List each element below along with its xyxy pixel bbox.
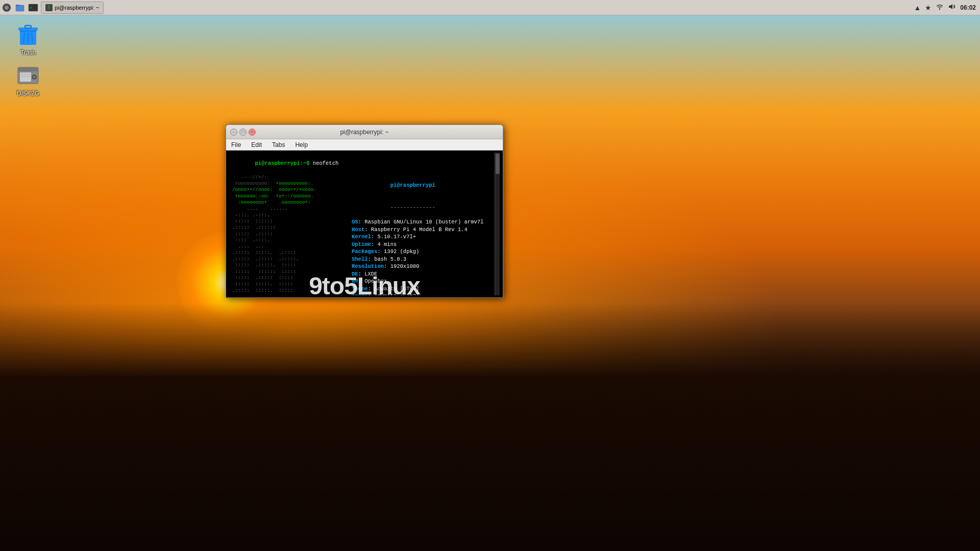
desktop-icon-disk[interactable]: DISK2G: [8, 61, 48, 99]
desktop-icon-trash[interactable]: Trash: [8, 20, 48, 58]
menu-help[interactable]: Help: [293, 140, 310, 149]
terminal-window-title: pi@raspberrypi: ~: [340, 129, 388, 136]
clock: 06:02: [960, 4, 976, 11]
bluetooth-icon[interactable]: ★: [925, 4, 932, 12]
scrollbar-thumb[interactable]: [496, 154, 500, 174]
info-separator: --------------: [352, 196, 495, 218]
terminal-btn-label: pi@raspberrypi: ~: [55, 5, 99, 11]
svg-rect-3: [16, 5, 19, 6]
volume-icon[interactable]: [948, 3, 956, 12]
svg-rect-11: [25, 26, 31, 28]
info-os: OS: Raspbian GNU/Linux 10 (buster) armv7…: [352, 218, 495, 226]
taskbar-system-icon[interactable]: [1, 2, 12, 13]
taskbar: >_ $ pi@raspberrypi: ~ ▲ ★: [0, 0, 980, 15]
svg-marker-7: [949, 4, 952, 9]
svg-rect-16: [18, 67, 38, 71]
terminal-titlebar: – □ × pi@raspberrypi: ~: [226, 125, 503, 139]
svg-text:>_: >_: [30, 6, 35, 10]
updates-icon[interactable]: ▲: [914, 4, 921, 12]
terminal-btn-icon: $: [45, 4, 53, 11]
menu-file[interactable]: File: [229, 140, 243, 149]
menu-tabs[interactable]: Tabs: [270, 140, 287, 149]
info-hostname: pi@raspberrypi: [352, 174, 495, 196]
disk-icon-label: DISK2G: [17, 90, 39, 97]
win-close-btn[interactable]: ×: [249, 129, 256, 136]
terminal-prompt-line: pi@raspberrypi:~$ neofetch: [229, 153, 495, 174]
taskbar-file-manager-icon[interactable]: [14, 2, 26, 13]
info-shell: Shell: bash 5.0.3: [352, 256, 495, 263]
taskbar-system-tray: ▲ ★ 06:02: [914, 3, 980, 12]
svg-point-19: [33, 76, 35, 78]
win-minimize-btn[interactable]: –: [230, 129, 237, 136]
win-maximize-btn[interactable]: □: [239, 129, 247, 136]
terminal-menubar: File Edit Tabs Help: [226, 139, 503, 151]
wifi-icon[interactable]: [936, 3, 944, 12]
trash-icon-image: [16, 22, 40, 47]
info-uptime: Uptime: 4 mins: [352, 241, 495, 248]
trash-icon-label: Trash: [20, 49, 36, 56]
info-kernel: Kernel: 5.10.17-v7l+: [352, 233, 495, 240]
svg-point-1: [5, 6, 9, 10]
terminal-scrollbar[interactable]: [495, 153, 500, 295]
svg-rect-17: [20, 72, 31, 82]
svg-point-6: [939, 9, 940, 10]
info-resolution: Resolution: 980x551: [352, 263, 495, 270]
watermark-text: 9to5Linux: [309, 272, 420, 300]
taskbar-terminal-button[interactable]: $ pi@raspberrypi: ~: [41, 2, 104, 14]
disk-icon-image: [16, 63, 40, 88]
taskbar-terminal-icon[interactable]: >_: [28, 2, 39, 13]
menu-edit[interactable]: Edit: [249, 140, 264, 149]
info-packages: Packages: 1392 (dpkg): [352, 248, 495, 255]
info-host: Host: Raspberry Pi 4 Model B Rev 1.4: [352, 226, 495, 233]
terminal-window: – □ × pi@raspberrypi: ~ File Edit Tabs H…: [226, 124, 503, 298]
temple-silhouette: [0, 303, 980, 551]
